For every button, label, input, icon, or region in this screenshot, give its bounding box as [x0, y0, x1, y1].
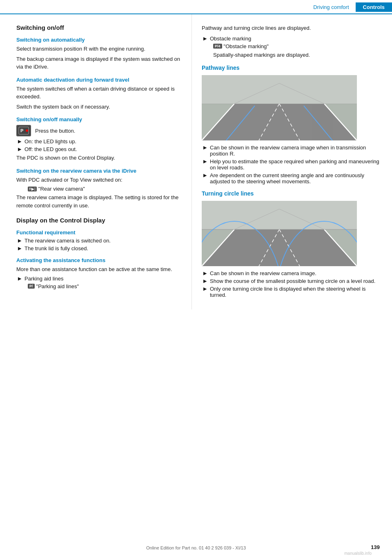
arrow-icon: ▶: [203, 286, 207, 291]
button-press-row: P Press the button.: [16, 125, 182, 136]
parking-aid-icon: P/: [28, 284, 35, 289]
footer: Online Edition for Part no. 01 40 2 926 …: [0, 545, 392, 550]
rearview-switched-on-text: The rearview camera is switched on.: [24, 238, 111, 244]
pdc-shown-text: The PDC is shown on the Control Display.: [16, 154, 182, 162]
pathway-steering-text: Are dependent on the current steering an…: [210, 172, 380, 185]
pdc-button-icon: P: [16, 125, 31, 136]
turning-circle-title: Turning circle lines: [202, 190, 380, 197]
main-title: Switching on/off: [16, 24, 182, 31]
footer-text: Online Edition for Part no. 01 40 2 926 …: [146, 545, 246, 550]
watermark: manualslib.info: [344, 550, 372, 556]
pathway-lines-image: [202, 75, 357, 140]
header-controls: Controls: [356, 2, 392, 12]
subsection-auto-deactivation: Automatic deactivation during forward tr…: [16, 77, 182, 83]
parking-aid-lines-item: ▶ Parking aid lines: [18, 276, 182, 282]
para-pathway-turning: Pathway and turning circle lines are dis…: [202, 24, 380, 32]
subsection-rearview-idrive: Switching on the rearview camera via the…: [16, 168, 182, 174]
arrow-icon: ▶: [203, 36, 207, 41]
trunk-lid-text: The trunk lid is fully closed.: [24, 245, 88, 251]
on-led-text: On: the LED lights up.: [24, 138, 76, 145]
left-column: Switching on/off Switching on automatica…: [0, 14, 192, 309]
pathway-lines-title: Pathway lines: [202, 64, 380, 71]
subsection-switching-manual: Switching on/off manually: [16, 116, 182, 122]
para-switches-off: The system switches off when a certain d…: [16, 85, 182, 101]
pathway-estimate-text: Help you to estimate the space required …: [210, 158, 380, 171]
turning-circle-image: [202, 201, 357, 266]
obstacle-marking-quoted: "Obstacle marking": [224, 43, 269, 49]
para-switch-back: Switch the system back on if necessary.: [16, 103, 182, 111]
page-header: Driving comfort Controls: [0, 0, 392, 14]
obstacle-marking-text: Obstacle marking: [210, 36, 251, 42]
para-backup-camera: The backup camera image is displayed if …: [16, 55, 182, 71]
svg-rect-17: [202, 201, 357, 229]
arrow-icon: ▶: [203, 173, 207, 178]
press-button-label: Press the button.: [35, 128, 75, 134]
arrow-icon: ▶: [203, 278, 207, 284]
subsection-switching-auto: Switching on automatically: [16, 37, 182, 43]
svg-rect-13: [202, 75, 357, 104]
subsection-functional-req: Functional requirement: [16, 229, 182, 236]
off-led-text: Off: the LED goes out.: [24, 146, 77, 152]
section-display-control: Display on the Control Display: [16, 217, 182, 224]
arrow-icon: ▶: [203, 271, 207, 276]
turning-one-line-item: ▶ Only one turning circle line is displa…: [203, 286, 380, 298]
obstacle-marking-icon: P/4: [213, 44, 222, 49]
parking-aid-lines-text: Parking aid lines: [24, 276, 63, 282]
rear-cam-icon: R▶|: [28, 187, 37, 191]
off-led-item: ▶ Off: the LED goes out.: [18, 146, 182, 152]
parking-aid-quoted-text: "Parking aid lines": [36, 283, 79, 289]
svg-point-3: [26, 129, 28, 132]
arrow-icon: ▶: [203, 145, 207, 150]
turning-circle-svg: [202, 201, 357, 266]
pdc-button-svg: P: [16, 125, 31, 136]
turning-one-line-text: Only one turning circle line is displaye…: [210, 286, 380, 298]
trunk-lid-item: ▶ The trunk lid is fully closed.: [18, 245, 182, 251]
on-led-item: ▶ On: the LED lights up.: [18, 138, 182, 145]
arrow-icon: ▶: [18, 139, 21, 144]
arrow-icon: ▶: [18, 276, 21, 281]
page-number: 139: [371, 544, 380, 550]
spatially-shaped-text: Spatially-shaped markings are displayed.: [213, 51, 380, 59]
turning-rearview-text: Can be shown in the rearview camera imag…: [210, 270, 316, 276]
parking-aid-icon-line: P/ "Parking aid lines": [28, 283, 182, 289]
pathway-lines-svg: [202, 75, 357, 140]
rearview-switched-on-item: ▶ The rearview camera is switched on.: [18, 238, 182, 244]
main-content: Switching on/off Switching on automatica…: [0, 14, 392, 309]
watermark-text: manualslib.info: [344, 551, 372, 556]
arrow-icon: ▶: [18, 238, 21, 243]
arrow-icon: ▶: [203, 159, 207, 164]
rear-view-camera-line: R▶| "Rear view camera": [28, 186, 182, 192]
pathway-rearview-item: ▶ Can be shown in the rearview camera im…: [203, 145, 380, 157]
obstacle-marking-item: ▶ Obstacle marking: [203, 36, 380, 42]
para-more-than-one: More than one assistance function can be…: [16, 265, 182, 274]
rear-view-camera-text: "Rear view camera": [38, 186, 85, 192]
para-rearview-displayed: The rearview camera image is displayed. …: [16, 193, 182, 209]
subsection-activating-assist: Activating the assistance functions: [16, 257, 182, 263]
pathway-steering-item: ▶ Are dependent on the current steering …: [203, 172, 380, 185]
turning-rearview-item: ▶ Can be shown in the rearview camera im…: [203, 270, 380, 276]
pathway-estimate-item: ▶ Help you to estimate the space require…: [203, 158, 380, 171]
header-driving-comfort: Driving comfort: [313, 4, 355, 10]
para-with-pdc: With PDC activated or Top View switched …: [16, 176, 182, 184]
arrow-icon: ▶: [18, 147, 21, 152]
para-select-transmission: Select transmission position R with the …: [16, 45, 182, 53]
turning-course-text: Show the course of the smallest possible…: [210, 278, 375, 284]
turning-course-item: ▶ Show the course of the smallest possib…: [203, 278, 380, 284]
pathway-rearview-text: Can be shown in the rearview camera imag…: [210, 145, 380, 157]
obstacle-marking-icon-line: P/4 "Obstacle marking": [213, 43, 380, 49]
arrow-icon: ▶: [18, 246, 21, 251]
svg-text:P: P: [20, 128, 23, 133]
right-column: Pathway and turning circle lines are dis…: [192, 14, 392, 309]
page-number-container: 139: [371, 544, 380, 550]
